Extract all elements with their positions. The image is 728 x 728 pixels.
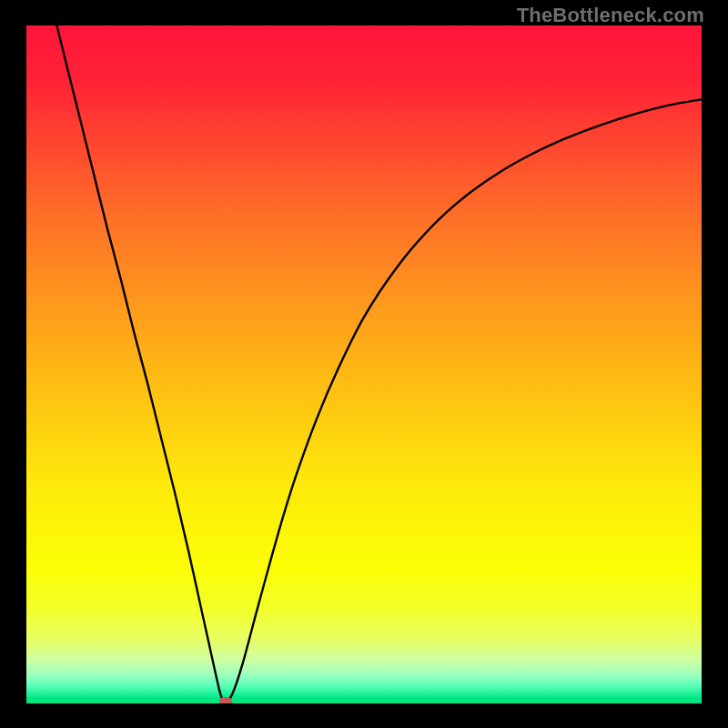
chart-frame: TheBottleneck.com — [0, 0, 728, 728]
bottleneck-curve — [26, 25, 702, 703]
plot-area — [26, 25, 702, 703]
optimum-marker — [219, 697, 232, 703]
watermark-label: TheBottleneck.com — [517, 4, 704, 27]
